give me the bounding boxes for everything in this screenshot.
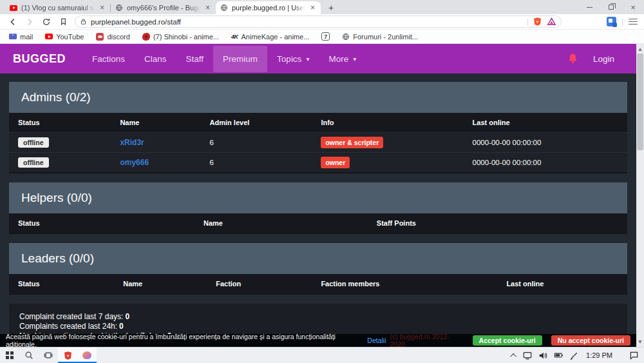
battery-button[interactable] xyxy=(554,351,564,359)
tray-expand-button[interactable] xyxy=(512,353,516,358)
restore-button[interactable] xyxy=(600,0,622,14)
admins-panel: Admins (0/2) Status Name Admin level Inf… xyxy=(9,82,627,173)
forward-button[interactable] xyxy=(23,16,36,28)
lock-icon xyxy=(80,18,87,25)
login-link[interactable]: Login xyxy=(593,54,614,64)
back-button[interactable] xyxy=(6,16,19,28)
bookmark-seven[interactable]: 7 xyxy=(321,32,330,41)
admins-header-row: Status Name Admin level Info Last online xyxy=(9,113,627,133)
page-scrollbar[interactable] xyxy=(636,44,644,347)
pen-icon xyxy=(570,351,578,360)
close-icon[interactable]: × xyxy=(309,4,316,12)
reload-button[interactable] xyxy=(40,16,53,28)
browser-window: (1) Vlog cu samuraiul si atv-ul - Vla × … xyxy=(0,0,644,363)
leaders-header-row: Status Name Faction Faction members Last… xyxy=(9,274,627,293)
globe-icon xyxy=(220,4,228,12)
notifications-bell-icon[interactable] xyxy=(567,52,579,65)
start-button[interactable] xyxy=(0,348,19,363)
extension-icon[interactable] xyxy=(607,17,616,26)
task-view-button[interactable] xyxy=(39,348,58,363)
taskbar-brave-app[interactable] xyxy=(58,348,77,363)
leaders-section-title: Leaders (0/0) xyxy=(9,243,627,274)
chevron-down-icon: ▾ xyxy=(306,55,309,63)
cookie-consent-bar: Această pagină web folosește cookie-uri … xyxy=(0,334,636,347)
tab-user-panel-active[interactable]: purple.bugged.ro | User Panel × xyxy=(216,1,321,14)
nav-item-more[interactable]: More ▾ xyxy=(319,46,366,72)
reload-icon xyxy=(42,17,51,26)
bookmark-forumuri[interactable]: Forumuri - 2unlimit... xyxy=(342,33,418,41)
nav-item-premium[interactable]: Premium xyxy=(213,46,267,72)
last-online-cell: 0000-00-00 00:00:00 xyxy=(464,153,627,173)
bookmark-youtube[interactable]: YouTube xyxy=(45,33,84,41)
windows-logo-icon xyxy=(6,351,14,359)
column-header: Last online xyxy=(464,113,627,133)
stat-value: 0 xyxy=(119,322,124,331)
paint-palette-icon xyxy=(82,351,91,359)
mail-icon xyxy=(9,34,17,39)
tab-profile[interactable]: omy666's Profile - Bugged.ro SA:M × xyxy=(111,1,216,14)
column-header: Staff Points xyxy=(368,213,627,233)
last-online-value: 0000-00-00 00:00:00 xyxy=(473,159,542,166)
bookmark-button[interactable] xyxy=(57,16,70,28)
bookmark-discord[interactable]: discord xyxy=(96,33,129,41)
name-cell: xRid3r xyxy=(111,133,200,153)
scroll-down-arrow[interactable] xyxy=(636,338,644,346)
info-cell: owner & scripter xyxy=(312,133,463,153)
admin-name-link[interactable]: omy666 xyxy=(120,158,149,167)
close-icon[interactable]: × xyxy=(99,4,106,12)
scroll-up-arrow[interactable] xyxy=(636,45,644,53)
nav-item-clans[interactable]: Clans xyxy=(135,46,176,72)
tab-title: omy666's Profile - Bugged.ro SA:M xyxy=(127,4,200,12)
battery-icon xyxy=(554,351,564,359)
brand-logo[interactable]: BUGGED xyxy=(13,52,66,66)
helpers-table: Status Name Staff Points xyxy=(9,213,627,233)
brave-shield-icon[interactable] xyxy=(533,17,542,26)
menu-button[interactable] xyxy=(629,19,638,25)
browser-titlebar: (1) Vlog cu samuraiul si atv-ul - Vla × … xyxy=(0,0,644,14)
network-button[interactable] xyxy=(523,351,532,360)
address-bar[interactable]: purplepanel.bugged.ro/staff xyxy=(75,15,562,28)
nav-item-label: More xyxy=(328,54,348,64)
column-header: Name xyxy=(194,213,368,233)
bat-rewards-icon[interactable] xyxy=(547,17,556,26)
url-text[interactable]: purplepanel.bugged.ro/staff xyxy=(91,18,524,26)
volume-button[interactable] xyxy=(538,351,547,360)
admin-name-link[interactable]: xRid3r xyxy=(120,138,144,147)
taskbar-clock[interactable]: 1:29 PM xyxy=(585,351,614,359)
youtube-icon xyxy=(45,34,53,39)
pen-button[interactable] xyxy=(570,351,578,360)
leaders-panel: Leaders (0/0) Status Name Faction Factio… xyxy=(9,243,627,295)
action-center-button[interactable] xyxy=(629,351,639,360)
column-header: Faction xyxy=(207,274,312,293)
accept-cookies-button[interactable]: Accept cookie-uri xyxy=(473,335,542,346)
minimize-button[interactable] xyxy=(578,0,600,14)
bookmark-animekage[interactable]: 4K AnimeKage - anime... xyxy=(231,33,309,41)
cookie-details-link[interactable]: Detalii xyxy=(367,337,386,344)
tab-title: purple.bugged.ro | User Panel xyxy=(232,4,305,12)
close-icon[interactable]: × xyxy=(204,4,211,12)
search-button[interactable] xyxy=(19,348,39,363)
stat-label: Complaints created last 24h: xyxy=(19,322,117,331)
bookmark-label: Forumuri - 2unlimit... xyxy=(353,33,418,41)
bookmark-shinobi[interactable]: (7) Shinobi - anime... xyxy=(142,33,219,41)
nav-item-factions[interactable]: Factions xyxy=(82,46,135,72)
decline-cookies-button[interactable]: Nu accept cookie-uri xyxy=(551,335,630,346)
tab-youtube[interactable]: (1) Vlog cu samuraiul si atv-ul - Vla × xyxy=(5,1,110,14)
leaders-table: Status Name Faction Faction members Last… xyxy=(9,274,627,293)
admins-section-title: Admins (0/2) xyxy=(9,82,627,113)
nav-item-staff[interactable]: Staff xyxy=(176,46,214,72)
staff-page-content: Admins (0/2) Status Name Admin level Inf… xyxy=(0,74,644,347)
stat-complaints-24h: Complaints created last 24h:0 xyxy=(19,322,617,331)
tab-strip: (1) Vlog cu samuraiul si atv-ul - Vla × … xyxy=(0,0,337,14)
forward-icon xyxy=(25,17,34,26)
nav-item-topics[interactable]: Topics ▾ xyxy=(267,46,319,72)
globe-icon xyxy=(342,33,350,41)
admins-table: Status Name Admin level Info Last online… xyxy=(9,113,627,172)
discord-icon xyxy=(96,33,104,41)
taskbar-paint-app[interactable] xyxy=(77,348,97,363)
close-window-button[interactable]: × xyxy=(622,0,644,14)
column-header: Name xyxy=(111,113,200,133)
bookmark-mail[interactable]: mail xyxy=(9,33,33,41)
scrollbar-thumb[interactable] xyxy=(637,54,643,150)
new-tab-button[interactable]: + xyxy=(325,1,337,14)
